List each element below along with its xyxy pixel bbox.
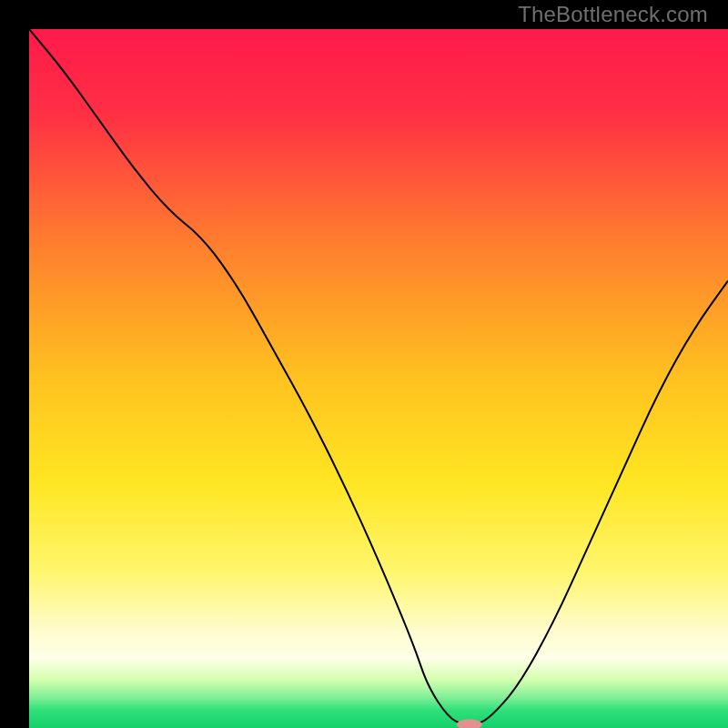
chart-frame: [0, 0, 728, 728]
watermark-label: TheBottleneck.com: [518, 2, 708, 27]
chart-plot: [29, 29, 728, 728]
chart-background: [29, 29, 728, 728]
